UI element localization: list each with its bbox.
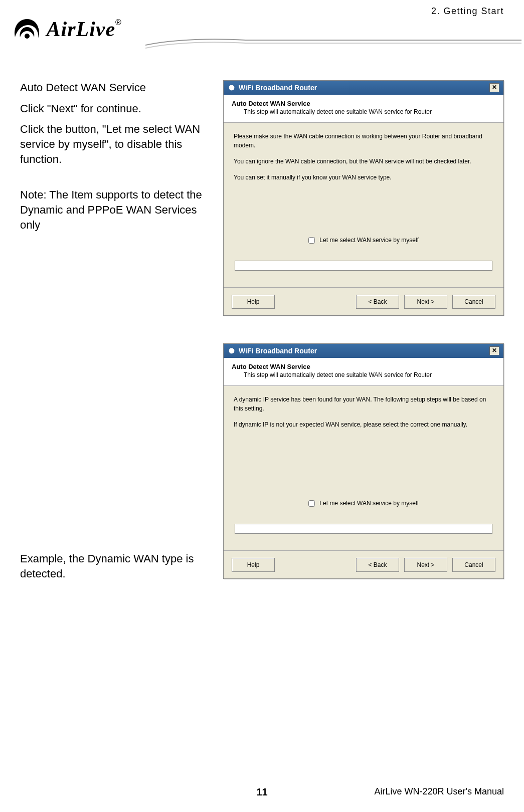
dialog-header-panel: Auto Detect WAN Service This step will a… [224, 95, 503, 123]
checkbox-text: Let me select WAN service by myself [319, 237, 419, 244]
dialog-footer: Help < Back Next > Cancel [224, 287, 503, 315]
page-number: 11 [256, 786, 267, 798]
back-button[interactable]: < Back [356, 295, 399, 309]
dialog-step-title: Auto Detect WAN Service [232, 363, 495, 370]
svg-point-0 [25, 34, 30, 39]
dialog-body: Please make sure the WAN cable connectio… [224, 123, 503, 278]
svg-point-1 [229, 85, 235, 91]
instruction-column: Auto Detect WAN Service Click "Next" for… [20, 80, 213, 606]
dialog-body-text: If dynamic IP is not your expected WAN s… [234, 420, 493, 429]
example-caption: Example, the Dynamic WAN type is detecte… [20, 551, 226, 581]
dialog-step-subtitle: This step will automatically detect one … [232, 370, 495, 378]
checkbox-label[interactable]: Let me select WAN service by myself [308, 500, 419, 507]
brand-logo: AirLive® [10, 15, 150, 50]
app-icon [228, 347, 236, 355]
instruction-step-disable: Click the button, "Let me select WAN ser… [20, 122, 213, 166]
logo-registered-mark: ® [115, 18, 121, 27]
dialog-step-subtitle: This step will automatically detect one … [232, 107, 495, 115]
dialog-body: A dynamic IP service has been found for … [224, 386, 503, 541]
page-footer: 11 AirLive WN-220R User's Manual [20, 786, 504, 797]
manual-title: AirLive WN-220R User's Manual [374, 786, 504, 797]
close-button[interactable]: ✕ [489, 83, 499, 92]
logo-text: AirLive [46, 18, 115, 41]
dialog-header-panel: Auto Detect WAN Service This step will a… [224, 358, 503, 386]
dialog-body-text: Please make sure the WAN cable connectio… [234, 132, 493, 150]
instruction-heading: Auto Detect WAN Service [20, 80, 213, 95]
dialog-footer: Help < Back Next > Cancel [224, 550, 503, 578]
app-icon [228, 84, 236, 92]
dialog-titlebar: WiFi Broadband Router ✕ [224, 344, 503, 358]
dialog-step-title: Auto Detect WAN Service [232, 100, 495, 107]
logo-swirl-icon [10, 15, 44, 43]
next-button[interactable]: Next > [404, 558, 447, 572]
cancel-button[interactable]: Cancel [452, 558, 495, 572]
manual-select-checkbox[interactable] [308, 237, 315, 244]
next-button[interactable]: Next > [404, 295, 447, 309]
dialog-body-text: A dynamic IP service has been found for … [234, 395, 493, 413]
dialog-title: WiFi Broadband Router [239, 347, 317, 355]
checkbox-label[interactable]: Let me select WAN service by myself [308, 237, 419, 244]
checkbox-text: Let me select WAN service by myself [319, 500, 419, 507]
manual-select-checkbox[interactable] [308, 500, 315, 507]
progress-bar [235, 524, 492, 534]
dialog-title: WiFi Broadband Router [239, 84, 317, 92]
wizard-dialog-1: WiFi Broadband Router ✕ Auto Detect WAN … [223, 80, 504, 316]
instruction-step-next: Click "Next" for continue. [20, 101, 213, 116]
progress-bar [235, 261, 492, 271]
dialog-titlebar: WiFi Broadband Router ✕ [224, 81, 503, 95]
help-button[interactable]: Help [232, 558, 275, 572]
header-curve-decoration [145, 35, 521, 50]
instruction-note: Note: The Item supports to detect the Dy… [20, 187, 213, 232]
wizard-dialog-2: WiFi Broadband Router ✕ Auto Detect WAN … [223, 343, 504, 579]
help-button[interactable]: Help [232, 295, 275, 309]
section-breadcrumb: 2. Getting Start [431, 6, 504, 17]
dialog-body-text: You can set it manually if you know your… [234, 173, 493, 182]
dialog-body-text: You can ignore the WAN cable connection,… [234, 157, 493, 166]
cancel-button[interactable]: Cancel [452, 295, 495, 309]
svg-point-2 [229, 348, 235, 354]
close-button[interactable]: ✕ [489, 346, 499, 355]
back-button[interactable]: < Back [356, 558, 399, 572]
